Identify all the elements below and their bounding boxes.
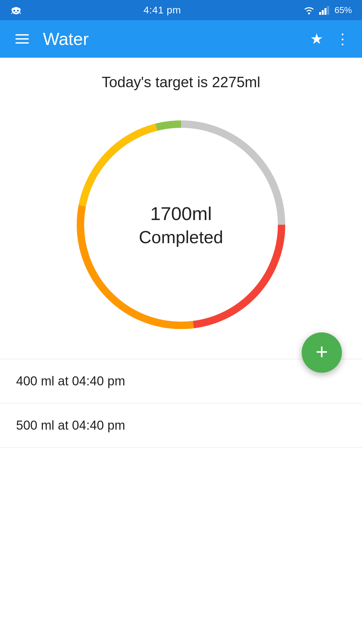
progress-circle-container: 1700ml Completed xyxy=(67,111,295,339)
favourite-button[interactable]: ★ xyxy=(310,32,323,46)
log-item-text: 500 ml at 04:40 pm xyxy=(16,418,125,432)
svg-point-8 xyxy=(308,12,310,14)
svg-point-0 xyxy=(12,7,20,14)
signal-icon xyxy=(319,5,331,15)
svg-line-6 xyxy=(11,12,13,14)
status-bar: 4:41 pm 65% xyxy=(0,0,362,20)
progress-circle-svg xyxy=(67,111,295,339)
app-bar-actions: ★ ⋮ xyxy=(310,32,350,46)
hamburger-menu-button[interactable] xyxy=(12,31,32,47)
app-bar-title: Water xyxy=(43,29,310,49)
svg-line-7 xyxy=(20,12,21,14)
more-options-button[interactable]: ⋮ xyxy=(335,32,350,46)
svg-rect-9 xyxy=(319,12,321,15)
log-item-text: 400 ml at 04:40 pm xyxy=(16,374,125,388)
app-bar: Water ★ ⋮ xyxy=(0,20,362,58)
battery-text: 65% xyxy=(335,5,352,15)
target-text: Today's target is 2275ml xyxy=(102,74,260,91)
plus-icon: + xyxy=(315,341,328,363)
svg-rect-11 xyxy=(324,8,326,15)
main-content: Today's target is 2275ml 1700ml Complet xyxy=(0,58,362,448)
log-item: 500 ml at 04:40 pm xyxy=(0,404,362,448)
status-bar-indicators: 65% xyxy=(302,5,352,15)
svg-rect-10 xyxy=(322,10,324,15)
add-water-button[interactable]: + xyxy=(302,332,342,373)
status-bar-time: 4:41 pm xyxy=(143,4,181,16)
status-bar-left xyxy=(10,4,22,16)
app-icon xyxy=(10,4,22,16)
wifi-icon xyxy=(302,5,316,15)
svg-rect-3 xyxy=(15,12,17,13)
svg-rect-12 xyxy=(327,6,329,15)
log-list: 400 ml at 04:40 pm 500 ml at 04:40 pm xyxy=(0,359,362,448)
